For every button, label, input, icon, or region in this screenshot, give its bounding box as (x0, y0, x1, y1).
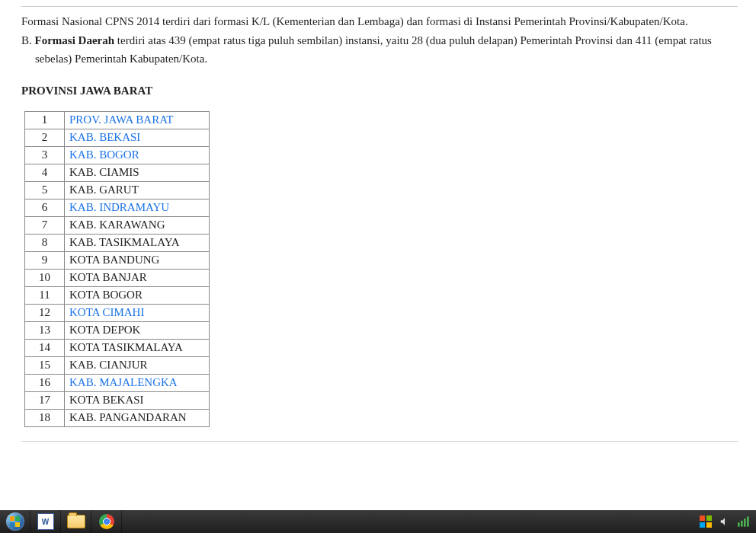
section-title: PROVINSI JAWA BARAT (21, 85, 738, 97)
table-row: 10KOTA BANJAR (25, 269, 210, 286)
table-row: 2KAB. BEKASI (25, 129, 210, 146)
svg-rect-1 (741, 521, 743, 527)
region-name: KAB. PANGANDARAN (69, 411, 187, 423)
table-row: 5KAB. GARUT (25, 181, 210, 199)
row-name-cell: KOTA BEKASI (65, 391, 210, 409)
table-row: 6KAB. INDRAMAYU (25, 199, 210, 216)
table-row: 12KOTA CIMAHI (25, 304, 210, 321)
taskbar-explorer-button[interactable] (61, 510, 91, 533)
row-number: 14 (25, 339, 65, 356)
region-name: KAB. CIAMIS (69, 166, 139, 178)
word-icon: W (37, 513, 54, 530)
table-row: 9KOTA BANDUNG (25, 251, 210, 269)
divider-top (21, 6, 738, 7)
row-name-cell: KOTA BOGOR (65, 286, 210, 304)
chrome-icon (99, 514, 114, 529)
region-link[interactable]: KOTA CIMAHI (69, 306, 144, 318)
table-row: 3KAB. BOGOR (25, 146, 210, 164)
row-name-cell: KOTA TASIKMALAYA (65, 339, 210, 356)
region-name: KOTA BANDUNG (69, 254, 159, 266)
row-name-cell: KOTA BANDUNG (65, 251, 210, 269)
row-number: 6 (25, 199, 65, 216)
row-number: 4 (25, 164, 65, 181)
system-tray[interactable] (694, 510, 756, 533)
row-number: 3 (25, 146, 65, 164)
formasi-daerah-text-cont: sebelas) Pemerintah Kabupaten/Kota. (21, 50, 738, 68)
network-icon[interactable] (738, 516, 750, 527)
row-number: 11 (25, 286, 65, 304)
row-name-cell: KAB. BOGOR (65, 146, 210, 164)
table-row: 4KAB. CIAMIS (25, 164, 210, 181)
svg-rect-0 (738, 522, 740, 526)
formasi-daerah-paragraph: B. Formasi Daerah terdiri atas 439 (empa… (21, 32, 738, 68)
region-name: KAB. GARUT (69, 184, 139, 196)
table-row: 1PROV. JAWA BARAT (25, 111, 210, 129)
row-name-cell: KAB. GARUT (65, 181, 210, 199)
region-name: KOTA TASIKMALAYA (69, 341, 183, 353)
row-name-cell: KOTA CIMAHI (65, 304, 210, 321)
row-number: 7 (25, 216, 65, 234)
row-number: 10 (25, 269, 65, 286)
region-link[interactable]: PROV. JAWA BARAT (69, 113, 173, 126)
row-name-cell: KOTA BANJAR (65, 269, 210, 286)
row-name-cell: KAB. CIANJUR (65, 356, 210, 374)
table-row: 17KOTA BEKASI (25, 391, 210, 409)
row-number: 17 (25, 391, 65, 409)
row-number: 16 (25, 374, 65, 391)
region-name: KOTA BANJAR (69, 271, 147, 283)
formasi-daerah-text: terdiri atas 439 (empat ratus tiga puluh… (114, 34, 712, 46)
speaker-icon[interactable] (719, 516, 730, 527)
row-number: 2 (25, 129, 65, 146)
region-link[interactable]: KAB. BOGOR (69, 148, 139, 161)
row-number: 13 (25, 321, 65, 339)
table-row: 7KAB. KARAWANG (25, 216, 210, 234)
row-name-cell: PROV. JAWA BARAT (65, 111, 210, 129)
row-name-cell: KAB. PANGANDARAN (65, 409, 210, 426)
row-name-cell: KAB. INDRAMAYU (65, 199, 210, 216)
divider-bottom (21, 441, 738, 442)
region-name: KAB. TASIKMALAYA (69, 236, 180, 248)
region-name: KAB. KARAWANG (69, 219, 165, 231)
region-link[interactable]: KAB. INDRAMAYU (69, 201, 169, 213)
row-name-cell: KAB. BEKASI (65, 129, 210, 146)
table-row: 15KAB. CIANJUR (25, 356, 210, 374)
row-name-cell: KAB. TASIKMALAYA (65, 234, 210, 251)
formasi-daerah-label: Formasi Daerah (35, 34, 115, 46)
region-table: 1PROV. JAWA BARAT2KAB. BEKASI3KAB. BOGOR… (24, 111, 210, 427)
region-link[interactable]: KAB. MAJALENGKA (69, 376, 178, 388)
action-center-icon[interactable] (700, 515, 712, 528)
windows-start-icon (6, 512, 24, 531)
taskbar-word-button[interactable]: W (30, 510, 61, 533)
region-name: KOTA DEPOK (69, 324, 140, 336)
table-row: 14KOTA TASIKMALAYA (25, 339, 210, 356)
table-row: 18KAB. PANGANDARAN (25, 409, 210, 426)
table-row: 11KOTA BOGOR (25, 286, 210, 304)
table-row: 16KAB. MAJALENGKA (25, 374, 210, 391)
taskbar-spacer (122, 510, 694, 533)
row-number: 9 (25, 251, 65, 269)
document-page: Formasi Nasional CPNS 2014 terdiri dari … (0, 0, 756, 503)
region-name: KOTA BOGOR (69, 289, 143, 301)
region-name: KOTA BEKASI (69, 394, 144, 406)
svg-rect-3 (747, 516, 749, 526)
list-prefix: B (21, 34, 29, 46)
row-name-cell: KAB. CIAMIS (65, 164, 210, 181)
row-number: 12 (25, 304, 65, 321)
row-number: 5 (25, 181, 65, 199)
region-name: KAB. CIANJUR (69, 359, 148, 371)
table-row: 8KAB. TASIKMALAYA (25, 234, 210, 251)
row-number: 18 (25, 409, 65, 426)
taskbar: W (0, 510, 756, 533)
row-name-cell: KOTA DEPOK (65, 321, 210, 339)
svg-rect-2 (744, 519, 746, 527)
intro-paragraph: Formasi Nasional CPNS 2014 terdiri dari … (21, 13, 738, 30)
row-number: 8 (25, 234, 65, 251)
row-name-cell: KAB. KARAWANG (65, 216, 210, 234)
region-link[interactable]: KAB. BEKASI (69, 131, 140, 143)
table-row: 13KOTA DEPOK (25, 321, 210, 339)
row-number: 1 (25, 111, 65, 129)
folder-icon (67, 515, 85, 528)
taskbar-chrome-button[interactable] (91, 510, 122, 533)
start-button[interactable] (0, 510, 30, 533)
row-name-cell: KAB. MAJALENGKA (65, 374, 210, 391)
